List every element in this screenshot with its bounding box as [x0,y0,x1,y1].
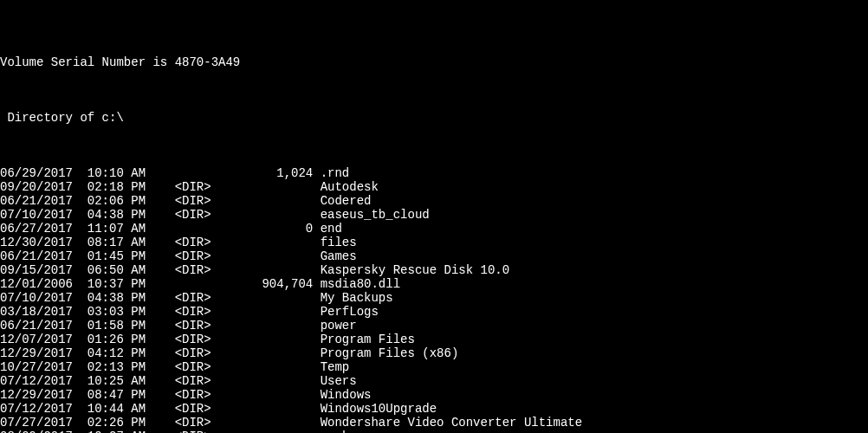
dir-entry: 12/30/2017 08:17 AM <DIR> files [0,236,868,249]
dir-entry: 08/09/2017 10:27 AM <DIR> work [0,430,868,433]
blank-line [0,83,868,97]
dir-entry: 12/29/2017 04:12 PM <DIR> Program Files … [0,346,868,360]
dir-entry: 07/12/2017 10:44 AM <DIR> Windows10Upgra… [0,402,868,416]
dir-entry: 06/21/2017 01:58 PM <DIR> power [0,319,868,333]
dir-entry: 12/29/2017 08:47 PM <DIR> Windows [0,388,868,402]
dir-entry: 03/18/2017 03:03 PM <DIR> PerfLogs [0,305,868,319]
dir-entry: 06/27/2017 11:07 AM 0 end [0,222,868,236]
volume-serial-line: Volume Serial Number is 4870-3A49 [0,55,868,69]
dir-entry: 06/29/2017 10:10 AM 1,024 .rnd [0,166,868,180]
blank-line [0,139,868,152]
dir-entry: 10/27/2017 02:13 PM <DIR> Temp [0,360,868,374]
dir-entry: 07/10/2017 04:38 PM <DIR> My Backups [0,291,868,305]
dir-entry: 07/10/2017 04:38 PM <DIR> easeus_tb_clou… [0,208,868,222]
dir-entry: 06/21/2017 01:45 PM <DIR> Games [0,249,868,263]
dir-entry: 09/20/2017 02:18 PM <DIR> Autodesk [0,180,868,194]
dir-entry: 07/27/2017 02:26 PM <DIR> Wondershare Vi… [0,416,868,430]
dir-entry: 06/21/2017 02:06 PM <DIR> Codered [0,194,868,208]
dir-entry: 12/01/2006 10:37 PM 904,704 msdia80.dll [0,277,868,291]
dir-entry: 12/07/2017 01:26 PM <DIR> Program Files [0,333,868,346]
dir-entry: 09/15/2017 06:50 AM <DIR> Kaspersky Resc… [0,263,868,277]
dir-entry: 07/12/2017 10:25 AM <DIR> Users [0,374,868,388]
directory-header-1: Directory of c:\ [0,111,868,125]
